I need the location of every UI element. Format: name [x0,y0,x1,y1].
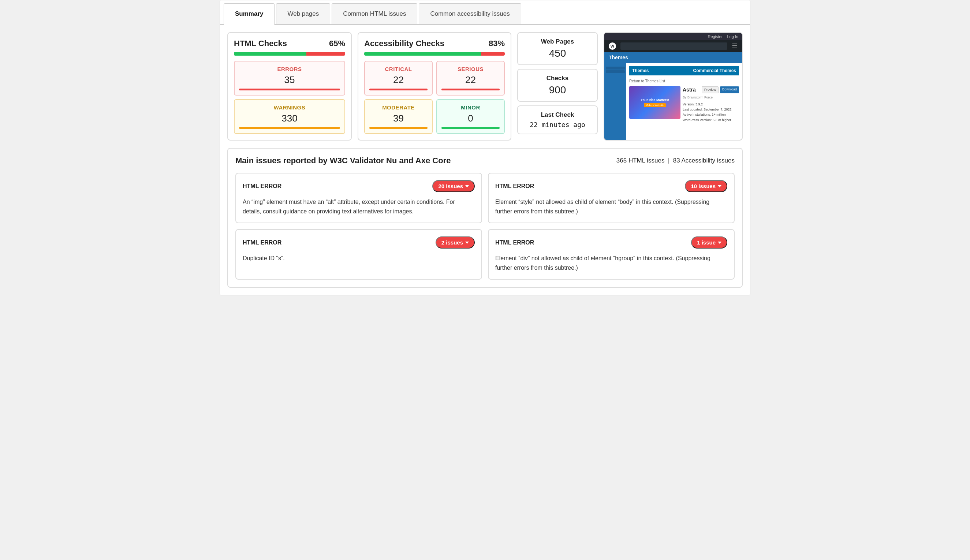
preview-theme-header-row: Astra Preview Download [683,86,739,94]
last-check-value: 22 minutes ago [524,121,591,128]
accessibility-issues-count: 83 Accessibility issues [673,157,735,164]
preview-updated-value: September 7, 2022 [703,108,732,111]
preview-theme-thumbnail: Your Idea Matters! Make a Website [629,86,680,119]
accessibility-checks-header: Accessibility Checks 83% [364,39,505,48]
issue-card-4-badge[interactable]: 1 issue [691,237,727,248]
issue-card-4-header: HTML ERROR 1 issue [495,237,727,248]
html-checks-header: HTML Checks 65% [234,39,345,48]
accessibility-serious-value: 22 [442,74,500,86]
tab-common-accessibility[interactable]: Common accessibility issues [419,3,521,24]
web-pages-title: Web Pages [524,38,591,45]
preview-login: Log In [727,34,738,39]
accessibility-critical-box: CRITICAL 22 [364,61,433,95]
preview-cta: Make a Website [644,103,666,107]
preview-version: 3.9.2 [695,102,703,106]
issues-separator: | [668,157,670,164]
issue-card-4-chevron [718,242,722,244]
html-checks-percent: 65% [329,39,345,48]
issue-card-2: HTML ERROR 10 issues Element “style” not… [488,173,735,223]
html-progress-green [234,52,307,56]
preview-updated-label: Last updated: [683,108,703,111]
html-warnings-label: WARNINGS [239,104,340,110]
preview-search-bar [620,42,727,50]
accessibility-critical-label: CRITICAL [369,66,428,72]
accessibility-moderate-value: 39 [369,113,428,124]
accessibility-checks-percent: 83% [489,39,505,48]
tab-common-html[interactable]: Common HTML issues [332,3,417,24]
preview-sidebar-item-2 [606,70,625,73]
preview-card: Register Log In W ☰ Themes [603,32,743,140]
preview-themes-title: Themes [632,68,648,73]
tab-bar: Summary Web pages Common HTML issues Com… [220,0,750,25]
html-errors-value: 35 [239,74,340,86]
issue-card-1-chevron [465,185,469,187]
preview-theme-name: Astra [683,86,696,94]
checks-value: 900 [524,84,591,96]
tab-web-pages[interactable]: Web pages [276,3,330,24]
preview-themes-header: Themes [604,52,742,63]
preview-theme-detail: Your Idea Matters! Make a Website Astra … [629,86,739,123]
accessibility-minor-bar [442,127,500,129]
preview-sidebar [604,63,626,140]
accessibility-moderate-bar [369,127,428,129]
preview-back-link: Return to Themes List [629,78,739,86]
html-issues-count: 365 HTML issues [617,157,665,164]
main-issues-section: Main issues reported by W3C Validator Nu… [227,148,743,288]
accessibility-critical-value: 22 [369,74,428,86]
accessibility-minor-label: MINOR [442,104,500,110]
preview-commercial-themes: Commercial Themes [693,68,736,73]
accessibility-serious-label: SERIOUS [442,66,500,72]
last-check-title: Last Check [524,111,591,118]
html-checks-card: HTML Checks 65% ERRORS 35 WARNINGS 330 [227,32,352,140]
issue-card-2-type: HTML ERROR [495,183,534,190]
issue-card-3-header: HTML ERROR 2 issues [243,237,475,248]
main-issues-title: Main issues reported by W3C Validator Nu… [235,156,451,165]
issue-card-1-badge[interactable]: 20 issues [432,180,475,192]
preview-version-label: Version: [683,102,695,106]
html-warnings-box: WARNINGS 330 [234,99,345,134]
preview-theme-meta: Astra Preview Download By Brainstorm For… [683,86,739,123]
tab-summary[interactable]: Summary [223,3,275,25]
accessibility-moderate-box: MODERATE 39 [364,99,433,134]
preview-themes-label: Themes [609,55,628,60]
issue-card-3-badge[interactable]: 2 issues [436,237,475,248]
issue-card-2-chevron [718,185,722,187]
html-metrics-grid: ERRORS 35 WARNINGS 330 [234,61,345,134]
main-issues-counts: 365 HTML issues | 83 Accessibility issue… [617,157,735,164]
issue-card-2-badge[interactable]: 10 issues [685,180,727,192]
accessibility-metrics-grid: CRITICAL 22 SERIOUS 22 MODERATE 39 MINOR… [364,61,505,134]
html-checks-title: HTML Checks [234,39,287,48]
preview-action-buttons: Preview Download [702,87,739,94]
html-errors-box: ERRORS 35 [234,61,345,95]
accessibility-minor-box: MINOR 0 [436,99,505,134]
issue-card-3-type: HTML ERROR [243,239,282,246]
stats-row: HTML Checks 65% ERRORS 35 WARNINGS 330 [220,25,750,144]
accessibility-progress-green [364,52,481,56]
accessibility-serious-box: SERIOUS 22 [436,61,505,95]
web-pages-box: Web Pages 450 [517,32,598,65]
preview-wp-version: 5.3 or higher [713,118,731,122]
preview-installs-label: Active Installations: [683,113,711,117]
preview-register: Register [708,34,723,39]
preview-sidebar-item [606,67,625,70]
accessibility-minor-value: 0 [442,113,500,124]
preview-wp-logo: W [609,42,616,50]
preview-inner: Register Log In W ☰ Themes [604,33,742,140]
preview-wp-version-label: WordPress Version: [683,118,712,122]
issue-card-3: HTML ERROR 2 issues Duplicate ID “s”. [235,229,482,280]
preview-installs-value: 1+ million [712,113,726,117]
issue-card-3-chevron [465,242,469,244]
html-progress-red [307,52,345,56]
last-check-box: Last Check 22 minutes ago [517,105,598,134]
accessibility-progress [364,52,505,56]
issue-card-2-header: HTML ERROR 10 issues [495,180,727,192]
issue-card-4-description: Element “div” not allowed as child of el… [495,253,727,272]
preview-btn-download: Download [720,87,739,94]
html-warnings-bar [239,127,340,129]
checks-title: Checks [524,75,591,82]
issue-card-4-type: HTML ERROR [495,239,534,246]
html-checks-progress [234,52,345,56]
preview-wp-bar: W ☰ [604,40,742,52]
preview-content: Themes Commercial Themes Return to Theme… [626,63,742,140]
issue-card-1-header: HTML ERROR 20 issues [243,180,475,192]
